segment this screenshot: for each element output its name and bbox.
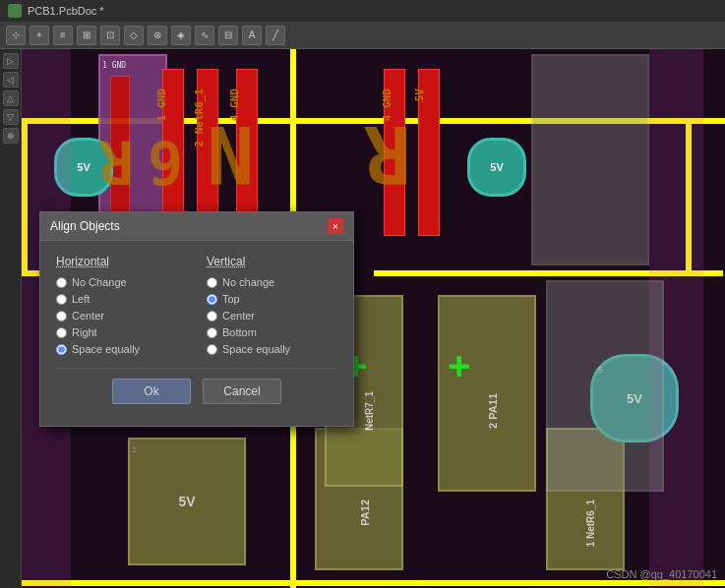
h-right[interactable]: Right [56, 326, 187, 338]
toolbar-btn-2[interactable]: + [30, 26, 49, 45]
h-space-equally-label: Space equally [72, 343, 140, 355]
toolbar: ⊹ + ≡ ⊞ ⊡ ◇ ⊛ ◈ ∿ ⊟ A ╱ [0, 22, 725, 49]
v-no-change-label: No change [222, 276, 274, 288]
toolbar-btn-10[interactable]: ⊟ [218, 26, 238, 45]
cancel-button[interactable]: Cancel [203, 379, 281, 404]
toolbar-btn-4[interactable]: ⊞ [77, 26, 96, 45]
ok-button[interactable]: Ok [112, 379, 191, 404]
dialog-footer: Ok Cancel [56, 368, 337, 416]
dialog-body: Horizontal No Change Left Center [40, 241, 353, 426]
toolbar-btn-7[interactable]: ⊛ [148, 26, 167, 45]
h-space-equally[interactable]: Space equally [56, 343, 187, 355]
v-space-equally-radio[interactable] [207, 344, 217, 355]
v-space-equally[interactable]: Space equally [207, 343, 337, 355]
toolbar-btn-6[interactable]: ◇ [124, 26, 144, 45]
dialog-columns: Horizontal No Change Left Center [56, 255, 337, 360]
h-no-change-label: No Change [72, 276, 127, 288]
dialog-close-button[interactable]: × [328, 218, 343, 234]
toolbar-btn-8[interactable]: ◈ [171, 26, 191, 45]
v-bottom-radio[interactable] [207, 327, 217, 338]
v-top-radio[interactable] [207, 294, 217, 305]
v-center-radio[interactable] [207, 311, 217, 322]
horizontal-header: Horizontal [56, 255, 187, 268]
vertical-column: Vertical No change Top Center [207, 255, 337, 360]
align-objects-dialog: Align Objects × Horizontal No Change Lef… [39, 211, 354, 427]
toolbar-btn-12[interactable]: ╱ [266, 26, 285, 45]
h-center-label: Center [72, 310, 104, 322]
title-bar: PCB1.PcbDoc * [0, 0, 725, 22]
dialog-titlebar: Align Objects × [40, 212, 353, 241]
h-right-radio[interactable] [56, 327, 67, 338]
v-center[interactable]: Center [207, 310, 337, 322]
h-left-label: Left [72, 293, 90, 305]
h-no-change[interactable]: No Change [56, 276, 187, 288]
toolbar-btn-3[interactable]: ≡ [53, 26, 73, 45]
toolbar-btn-11[interactable]: A [242, 26, 262, 45]
v-bottom-label: Bottom [222, 326, 257, 338]
h-no-change-radio[interactable] [56, 277, 67, 288]
toolbar-btn-1[interactable]: ⊹ [6, 26, 26, 45]
vertical-header: Vertical [207, 255, 337, 268]
h-left[interactable]: Left [56, 293, 187, 305]
v-no-change-radio[interactable] [207, 277, 217, 288]
dialog-title: Align Objects [50, 219, 120, 233]
h-left-radio[interactable] [56, 294, 67, 305]
horizontal-column: Horizontal No Change Left Center [56, 255, 187, 360]
v-space-equally-label: Space equally [222, 343, 290, 355]
v-bottom[interactable]: Bottom [207, 326, 337, 338]
h-center-radio[interactable] [56, 311, 67, 322]
v-top[interactable]: Top [207, 293, 337, 305]
v-center-label: Center [222, 310, 255, 322]
h-space-equally-radio[interactable] [56, 344, 67, 355]
app-icon [8, 4, 22, 18]
title-bar-text: PCB1.PcbDoc * [28, 5, 104, 17]
toolbar-btn-9[interactable]: ∿ [195, 26, 214, 45]
v-top-label: Top [222, 293, 240, 305]
h-center[interactable]: Center [56, 310, 187, 322]
dialog-overlay: Align Objects × Horizontal No Change Lef… [0, 49, 725, 588]
h-right-label: Right [72, 326, 97, 338]
toolbar-btn-5[interactable]: ⊡ [100, 26, 120, 45]
v-no-change[interactable]: No change [207, 276, 337, 288]
